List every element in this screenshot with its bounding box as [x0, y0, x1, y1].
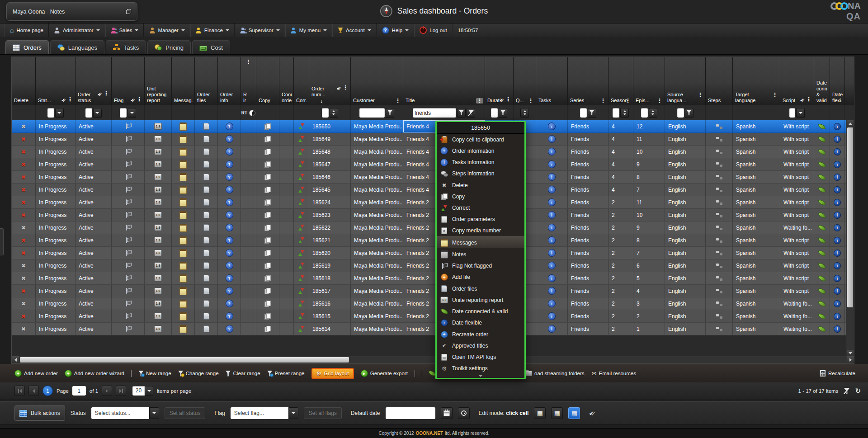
calendar-button[interactable] [441, 407, 453, 419]
column-menu-icon[interactable]: ⋮ [624, 98, 632, 104]
cell-delete[interactable]: ✖ [12, 184, 36, 196]
column-header-corr[interactable]: Corr... [294, 57, 309, 105]
clock-button[interactable] [458, 407, 470, 419]
cell-corr[interactable] [294, 209, 309, 221]
column-header-order_status[interactable]: Order status⋮ [75, 57, 112, 105]
cell-flag[interactable] [112, 247, 145, 259]
tab-tasks[interactable]: Tasks [106, 40, 146, 54]
cell-order_info[interactable]: ? [218, 146, 241, 158]
column-header-target_language[interactable]: Target language⋮ [733, 57, 780, 105]
cell-corr[interactable] [294, 272, 309, 284]
view-mode-1-button[interactable] [534, 407, 546, 419]
cell-order_info[interactable]: ? [218, 184, 241, 196]
column-check-icon[interactable] [336, 84, 340, 92]
cell-delete[interactable]: ✖ [12, 310, 36, 322]
status-filter-select[interactable] [47, 108, 54, 118]
cell-order_info[interactable]: ? [218, 285, 241, 297]
cell-order_files[interactable] [195, 209, 218, 221]
cell-flag[interactable] [112, 259, 145, 272]
cell-messages[interactable] [172, 221, 195, 234]
cell-delete[interactable]: ✖ [12, 297, 36, 310]
column-check-icon[interactable] [97, 89, 101, 98]
cell-messages[interactable] [172, 247, 195, 259]
context-menu-item-toolkit-settings[interactable]: ⚙Toolkit settings [437, 363, 524, 374]
cell-copy[interactable] [256, 285, 279, 297]
cell-flag[interactable] [112, 272, 145, 284]
column-header-date_conn[interactable]: Date conn & valid [814, 57, 830, 105]
context-menu-item-open-tm-api-logs[interactable]: Open TM API logs [437, 351, 524, 363]
cell-flag[interactable] [112, 158, 145, 170]
cell-order_files[interactable] [195, 285, 218, 297]
column-menu-icon[interactable]: ⋮ [103, 91, 110, 96]
column-header-date_flex[interactable]: Date flexi... [830, 57, 845, 105]
status-filter-caret[interactable] [55, 108, 64, 118]
toolbar-download-streaming-folders-button[interactable]: oad streaming folders [525, 371, 585, 376]
cell-corr[interactable] [294, 171, 309, 183]
cell-copy[interactable] [256, 158, 279, 170]
customer-filter-input[interactable] [359, 108, 385, 118]
cell-flag[interactable] [112, 196, 145, 208]
flag-select[interactable]: Select flag... [231, 407, 298, 419]
cell-messages[interactable] [172, 146, 195, 158]
flag-filter-select[interactable] [120, 108, 127, 118]
nav-item-clock[interactable]: 18:50:57 [453, 24, 484, 37]
cell-unit_report[interactable]: 1.9 [145, 234, 172, 246]
next-page-button[interactable] [102, 386, 112, 396]
column-menu-icon[interactable]: ⋮ [697, 92, 704, 98]
series-filter-funnel-button[interactable] [588, 108, 596, 118]
bulk-actions-button[interactable]: Bulk actions [14, 405, 65, 421]
column-header-order_num[interactable]: Order num...↓⋮ [309, 57, 351, 105]
status-select-value[interactable]: Select status... [91, 407, 149, 419]
cell-tasks[interactable]: i [536, 221, 568, 234]
restore-icon[interactable] [126, 9, 131, 14]
cell-unit_report[interactable]: 1.9 [145, 133, 172, 145]
cell-messages[interactable] [172, 285, 195, 297]
scroll-left-icon[interactable] [12, 356, 19, 363]
context-menu-more-icon[interactable] [437, 374, 524, 378]
order-row-185616[interactable]: ✖In ProgressActive1.9?185616Maya Media P… [12, 297, 846, 310]
cell-flag[interactable] [112, 209, 145, 221]
cell-order_files[interactable] [195, 158, 218, 170]
toolbar-new-range-button[interactable]: New range [138, 371, 171, 377]
title-filter-input[interactable]: friends [413, 108, 456, 118]
cell-unit_report[interactable]: 1.9 [145, 196, 172, 208]
toolbar-email-resources-button[interactable]: ✉Email resources [592, 370, 636, 377]
cell-messages[interactable] [172, 259, 195, 272]
column-menu-icon[interactable]: ⋮ [66, 97, 74, 102]
cell-tasks[interactable]: i [536, 323, 568, 335]
source_language-filter-input[interactable] [677, 108, 684, 118]
cell-order_info[interactable]: ? [218, 158, 241, 170]
cell-copy[interactable] [256, 133, 279, 145]
column-header-status[interactable]: Stat...⋮ [36, 57, 75, 105]
cell-unit_report[interactable]: 1.9 [145, 247, 172, 259]
default-date-input[interactable] [386, 407, 435, 419]
cell-tasks[interactable]: i [536, 259, 568, 272]
cell-delete[interactable]: ✖ [12, 272, 36, 284]
cell-order_files[interactable] [195, 171, 218, 183]
cell-delete[interactable]: ✖ [12, 221, 36, 234]
cell-tasks[interactable]: i [536, 133, 568, 145]
cell-order_files[interactable] [195, 120, 218, 132]
context-menu-item-steps-information[interactable]: Steps information [437, 168, 524, 179]
cell-order_info[interactable]: ? [218, 297, 241, 310]
status-select[interactable]: Select status... [91, 407, 159, 419]
cell-order_info[interactable]: ? [218, 209, 241, 221]
column-header-customer[interactable]: Customer⋮ [351, 57, 403, 105]
cell-messages[interactable] [172, 209, 195, 221]
order_status-filter-caret[interactable] [93, 108, 102, 118]
nav-item-finance[interactable]: Finance [190, 24, 235, 37]
nav-item-log-out[interactable]: Log out [414, 24, 452, 37]
cell-order_info[interactable]: ? [218, 120, 241, 132]
cell-tasks[interactable]: i [536, 234, 568, 246]
view-mode-3-button[interactable] [568, 407, 580, 419]
column-header-rt[interactable]: R ir⋮ [241, 57, 256, 105]
column-header-q[interactable]: Q...⋮ [514, 57, 536, 105]
context-menu-item-order-information[interactable]: ?Order information [437, 145, 524, 156]
context-menu-item-delete[interactable]: ✖Delete [437, 179, 524, 191]
cell-flag[interactable] [112, 133, 145, 145]
nav-item-sales[interactable]: Sales [105, 24, 144, 37]
cell-unit_report[interactable]: 1.9 [145, 120, 172, 132]
order-row-185622[interactable]: ✖In ProgressActive1.9?185622Maya Media P… [12, 221, 846, 234]
column-header-epis[interactable]: Epis...⋮ [633, 57, 665, 105]
clear-filters-icon[interactable] [844, 388, 849, 394]
